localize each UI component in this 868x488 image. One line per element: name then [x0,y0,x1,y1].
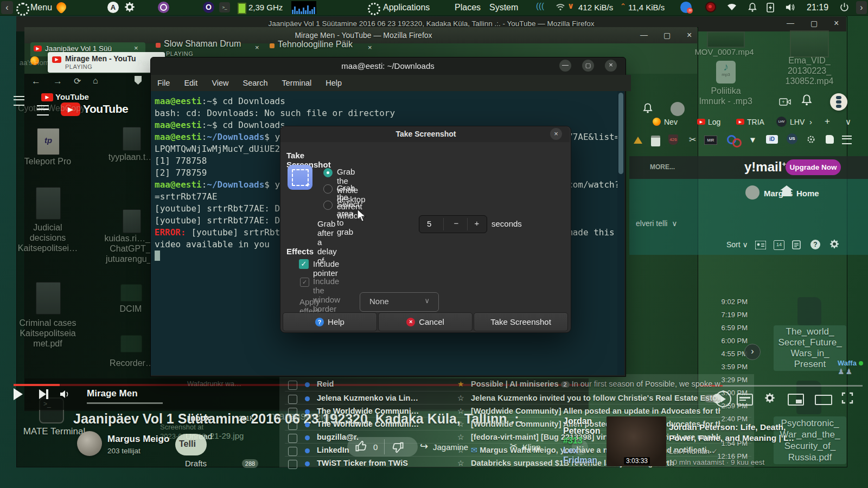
terminal-menu-view[interactable]: View [212,79,228,87]
mail-checkbox[interactable] [288,381,297,390]
contacts-icon[interactable] [755,241,766,249]
vpn-check-icon[interactable]: ∨ [567,1,574,11]
link-chain-icon[interactable] [732,138,742,147]
avatar[interactable] [671,102,685,116]
bookmark-lhv[interactable]: LHV [790,118,805,126]
mail-checkbox[interactable] [288,447,297,456]
w2-close-button[interactable]: × [687,30,692,40]
mail-checkbox[interactable] [288,434,297,443]
record-icon[interactable] [705,2,716,12]
w2-maximize-button[interactable]: ▢ [663,31,671,40]
judicial-doc-icon[interactable] [36,187,61,220]
radio-current-window[interactable] [323,184,333,194]
create-video-icon[interactable]: + [779,98,791,106]
recorder-folder-icon[interactable] [120,335,142,352]
theater-mode-icon[interactable] [815,395,832,405]
world-file-label[interactable]: The_world_ Secret_Future_ Wars_in_ Prese… [774,325,846,371]
effect-dropdown[interactable]: None ∨ [360,292,439,312]
mp3-file-icon[interactable]: ♪mp3 [716,61,736,84]
mail-checkbox[interactable] [288,395,297,404]
terminal-menu-help[interactable]: Help [326,79,342,87]
bookmark-tria[interactable]: TRIA [747,118,764,126]
calendar-icon[interactable] [651,136,660,146]
gears-launcher-icon[interactable] [124,2,136,14]
audio-wave-icon[interactable]: ))) [536,1,544,10]
mail-filter-dropdown[interactable]: elveri telli ∨ [636,219,701,228]
take-screenshot-button[interactable]: Take Screenshot [474,312,568,331]
next-track-icon[interactable] [39,389,48,401]
delay-value[interactable]: 5 [427,219,431,228]
include-pointer-label[interactable]: Include pointer [313,259,339,278]
thumb-extension-icon[interactable] [826,135,834,144]
terminal-minimize-button[interactable]: — [559,60,571,72]
mir-icon[interactable]: MIR [704,136,717,145]
share-label[interactable]: Jagamine [433,442,482,452]
star-icon[interactable]: ★ [457,380,464,388]
notifications-bell-icon[interactable] [801,94,813,106]
terminal-launcher-icon[interactable]: >_ [219,2,230,12]
power-icon[interactable] [840,3,849,12]
tab-close-icon[interactable]: × [134,44,138,52]
sidebar-inbox-label[interactable]: Inbox [188,413,221,422]
menu-button[interactable]: Menu [30,0,52,15]
fullscreen-icon[interactable] [841,391,854,404]
terminal-close-button[interactable]: × [605,60,617,72]
channel-avatar[interactable] [77,431,102,456]
delay-minus-button[interactable]: − [448,219,465,228]
chevron-down-icon[interactable]: ∨ [845,117,851,127]
mail-home-label[interactable]: Home [796,189,824,198]
teleport-pro-icon[interactable]: tp [37,128,60,155]
terminal-menu-edit[interactable]: Edit [184,79,197,87]
star-icon[interactable]: ☆ [457,407,464,415]
upgrade-now-button[interactable]: Upgrade Now [786,159,841,175]
wifi-icon[interactable] [556,3,565,11]
help-button[interactable]: ? Help [283,312,377,331]
world-file-icon[interactable] [797,297,821,325]
menu-applications[interactable]: Applications [383,0,430,15]
notification-bell-icon[interactable] [748,2,757,13]
radio-select-area[interactable] [323,201,333,210]
cancel-button[interactable]: × Cancel [378,312,473,331]
star-icon[interactable]: ☆ [457,420,464,428]
id-icon[interactable]: iD [766,135,778,144]
mov-label[interactable]: MOV_0007.mp4 [681,47,768,57]
settings-gear-icon[interactable] [829,239,840,250]
judicial-label[interactable]: Judicial decisions Kaitsepolitsei… [10,222,86,253]
teleport-pro-label[interactable]: Teleport Pro [15,156,80,166]
opera-icon[interactable]: O [203,2,214,13]
avatar[interactable] [745,185,760,200]
battery-icon[interactable] [765,3,777,12]
star-icon[interactable]: ☆ [457,459,464,467]
tab-close-icon[interactable]: × [368,43,372,52]
home-icon[interactable]: ⌂ [93,76,98,86]
volume-status-icon[interactable] [786,3,796,12]
avatar-estonia-lions[interactable] [830,93,847,111]
play-icon[interactable] [14,388,23,400]
us-proxy-icon[interactable]: US [787,133,797,144]
mov-thumbnail-icon[interactable] [707,31,745,48]
terminal-maximize-button[interactable]: ▢ [582,60,594,72]
ema-label[interactable]: Ema_VID_ 20130223_ 130852.mp4 [777,55,842,86]
help-icon[interactable]: ? [810,240,820,249]
suggested-title-1[interactable]: Jordan Peterson: Life, Death, [669,422,794,432]
suggested-channel[interactable]: Lex Fridman ✓ [669,447,750,455]
cpu-graph[interactable] [291,1,316,14]
w1-maximize-button[interactable]: ▢ [810,19,818,28]
mail-checkbox[interactable] [288,408,297,417]
terminal-scrollbar[interactable] [617,91,624,375]
star-icon[interactable]: ☆ [457,433,464,441]
thumbs-down-icon[interactable] [392,441,404,453]
dcim-label[interactable]: DCIM [112,304,150,314]
kuidas-file-icon[interactable] [123,209,141,233]
thumbs-up-icon[interactable] [355,440,367,452]
mail-checkbox[interactable] [288,460,297,469]
notepad-icon[interactable] [792,240,801,249]
overflow-menu-icon[interactable] [842,136,852,144]
next-page-button[interactable]: › [744,344,761,360]
notifications-bell-icon[interactable] [642,103,653,114]
panel-clock[interactable]: 21:19 [807,0,828,15]
miniplayer-icon[interactable] [788,394,804,406]
panel-expand-button[interactable]: › [856,1,867,14]
new-tab-icon[interactable]: + [825,116,830,127]
delay-spinbox[interactable]: 5 − + [419,215,487,233]
